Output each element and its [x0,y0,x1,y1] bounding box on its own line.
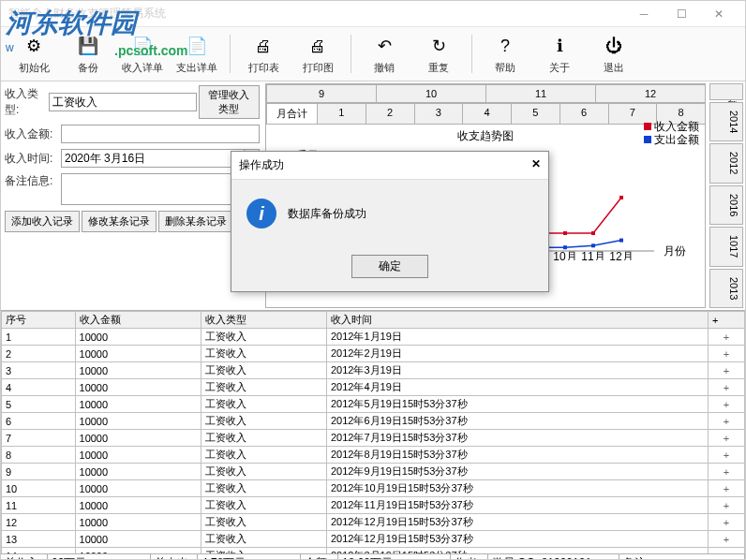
toolbar-icon: ↶ [371,33,397,59]
maximize-button[interactable]: ☐ [663,2,700,26]
table-row[interactable]: 110000工资收入2012年1月19日+ [2,329,745,346]
income-time-input[interactable] [62,150,244,167]
year-tab-2014[interactable]: 2014 [709,102,743,141]
action-添加收入记录[interactable]: 添加收入记录 [5,211,80,232]
chart-tab-10[interactable]: 10 [376,84,486,102]
svg-rect-20 [619,239,623,243]
toolbar-icon: ⏻ [601,33,627,59]
toolbar-撤销[interactable]: ↶撤销 [359,31,410,77]
manage-type-button[interactable]: 管理收入类型 [199,85,260,119]
table-row[interactable]: 310000工资收入2012年3月19日+ [2,362,745,379]
svg-rect-18 [563,245,567,249]
toolbar-退出[interactable]: ⏻退出 [589,31,639,77]
chart-tab-3[interactable]: 3 [414,103,464,124]
table-row[interactable]: 510000工资收入2012年5月19日15时53分37秒+ [2,396,745,413]
chart-tab-2[interactable]: 2 [366,103,415,124]
info-icon: i [246,199,276,228]
toolbar-icon: 📄 [184,33,210,59]
income-type-input[interactable] [49,93,197,111]
col-收入时间[interactable]: 收入时间 [326,312,708,329]
svg-rect-19 [591,243,595,247]
toolbar-打印表[interactable]: 🖨打印表 [238,31,289,77]
income-type-label: 收入类型: [5,86,49,118]
svg-text:11月: 11月 [581,250,604,260]
col-收入类型[interactable]: 收入类型 [201,312,326,329]
close-button[interactable]: ✕ [700,2,738,26]
action-删除某条记录[interactable]: 删除某条记录 [158,211,233,232]
toolbar-打印图[interactable]: 🖨打印图 [292,31,343,77]
chart-tab-5[interactable]: 5 [511,103,560,124]
toolbar-关于[interactable]: ℹ关于 [534,31,585,77]
table-row[interactable]: 910000工资收入2012年9月19日15时53分37秒+ [2,464,745,480]
table-row[interactable]: 710000工资收入2012年7月19日15时53分37秒+ [2,430,745,447]
title-bar: 智能个人财务收支管理简易系统 ─ ☐ ✕ [1,1,745,27]
table-row[interactable]: 1110000工资收入2012年11月19日15时53分37秒+ [2,497,745,514]
chart-tab-4[interactable]: 4 [462,103,512,124]
note-label: 备注信息: [5,173,61,189]
dialog-ok-button[interactable]: 确定 [351,255,428,278]
chart-tab-12[interactable]: 12 [595,84,706,102]
year-tab-年合计[interactable]: 年合计 [709,83,743,100]
toolbar-icon: 💾 [75,33,101,59]
table-row[interactable]: 410000工资收入2012年4月19日+ [2,379,745,396]
table-row[interactable]: 1310000工资收入2012年12月19日15时53分37秒+ [2,531,745,548]
chart-tab-11[interactable]: 11 [485,84,596,102]
table-row[interactable]: 810000工资收入2012年8月19日15时53分37秒+ [2,447,745,464]
svg-text:月份: 月份 [664,244,686,258]
table-row[interactable]: 1410000工资收入2012年3月19日15时53分37秒+ [2,548,745,553]
year-tab-2013[interactable]: 2013 [709,269,743,308]
svg-rect-12 [619,196,623,199]
toolbar-收入详单[interactable]: 📄收入详单 [117,31,168,77]
toolbar-icon: ℹ [546,33,573,59]
chart-tab-6[interactable]: 6 [560,103,609,124]
table-row[interactable]: 610000工资收入2012年6月19日15时53分37秒+ [2,413,745,430]
records-table-wrap[interactable]: 序号收入金额收入类型收入时间+ 110000工资收入2012年1月19日+210… [1,310,745,553]
message-dialog: 操作成功 ✕ i 数据库备份成功 确定 [231,151,549,292]
toolbar-帮助[interactable]: ?帮助 [480,31,530,77]
year-tab-1017[interactable]: 1017 [709,227,743,266]
year-tab-2012[interactable]: 2012 [709,143,743,183]
toolbar-icon: 📄 [129,33,156,59]
toolbar-支出详单[interactable]: 📄支出详单 [172,31,222,77]
input-form-panel: 收入类型: 管理收入类型 收入金额: 收入时间: ▾ 备注信息: [1,81,263,310]
toolbar-备份[interactable]: 💾备份 [63,31,113,77]
toolbar-重复[interactable]: ↻重复 [413,31,464,77]
dialog-title: 操作成功 [239,157,284,173]
action-修改某条记录[interactable]: 修改某条记录 [82,211,157,232]
table-row[interactable]: 1210000工资收入2012年12月19日15时53分37秒+ [2,514,745,531]
status-bar: 总收入: 23万元 总支出: 4.78万元 余额: 18.22万元 作者: 微易… [1,553,745,560]
chart-legend: 收入金额 支出金额 [644,120,699,146]
svg-text:10月: 10月 [553,250,576,260]
income-time-label: 收入时间: [5,151,61,167]
income-amount-input[interactable] [61,125,260,143]
chart-tab-9[interactable]: 9 [266,84,377,102]
table-row[interactable]: 210000工资收入2012年2月19日+ [2,346,745,362]
income-amount-label: 收入金额: [5,126,61,142]
year-tab-2016[interactable]: 2016 [709,185,743,225]
window-title: 智能个人财务收支管理简易系统 [8,6,625,22]
toolbar-icon: ? [492,33,518,59]
records-table: 序号收入金额收入类型收入时间+ 110000工资收入2012年1月19日+210… [1,311,745,553]
main-toolbar: ⚙初始化💾备份📄收入详单📄支出详单🖨打印表🖨打印图↶撤销↻重复?帮助ℹ关于⏻退出 [1,27,745,81]
toolbar-初始化[interactable]: ⚙初始化 [8,31,59,77]
col-收入金额[interactable]: 收入金额 [75,312,201,329]
col-+[interactable]: + [708,312,744,329]
chart-tab-1[interactable]: 1 [317,103,366,124]
svg-rect-10 [563,231,567,235]
dialog-close-icon[interactable]: ✕ [531,157,541,173]
minimize-button[interactable]: ─ [625,2,663,26]
toolbar-icon: ↻ [425,33,452,59]
toolbar-icon: 🖨 [305,33,331,59]
col-序号[interactable]: 序号 [2,312,76,329]
dialog-message: 数据库备份成功 [288,206,366,222]
toolbar-icon: ⚙ [21,33,47,59]
note-textarea[interactable] [61,173,244,205]
table-row[interactable]: 1010000工资收入2012年10月19日15时53分37秒+ [2,480,745,497]
toolbar-icon: 🖨 [250,33,276,59]
svg-text:12月: 12月 [609,250,633,260]
svg-rect-11 [591,231,595,235]
chart-tab-月合计[interactable]: 月合计 [266,103,318,124]
chart-title: 收支趋势图 [266,125,705,148]
